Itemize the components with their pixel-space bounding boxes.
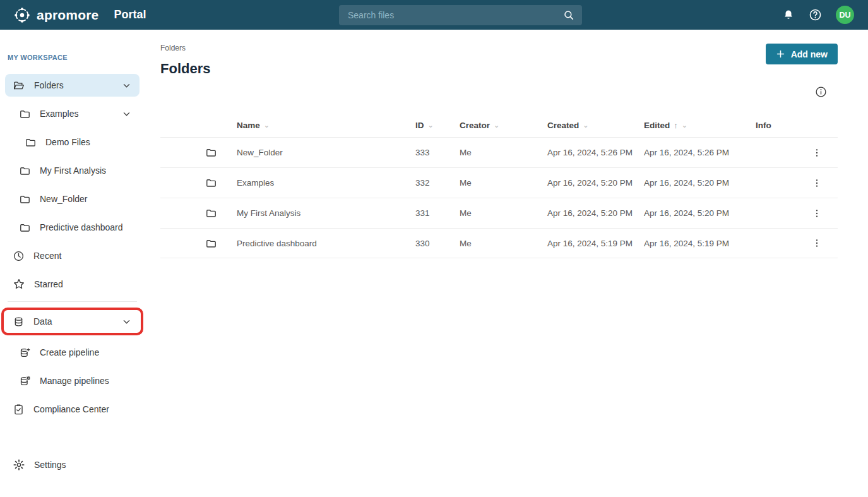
sort-chevron-icon: ⌄ — [583, 122, 588, 129]
sidebar-item-label: Predictive dashboard — [40, 222, 123, 232]
sort-chevron-icon: ⌄ — [264, 122, 270, 129]
sort-chevron-icon: ⌄ — [428, 122, 434, 129]
column-header-name[interactable]: Name⌄ — [237, 121, 415, 130]
search-button[interactable] — [556, 9, 582, 21]
sidebar-item-label: Folders — [34, 80, 64, 90]
folder-open-icon — [13, 80, 25, 92]
folder-icon — [19, 222, 31, 234]
search-bar — [339, 5, 582, 25]
table-row[interactable]: New_Folder 333 Me Apr 16, 2024, 5:26 PM … — [160, 137, 838, 167]
sidebar: MY WORKSPACE FoldersExamplesDemo FilesMy… — [0, 30, 145, 497]
kebab-menu-icon — [812, 148, 822, 158]
cell-edited: Apr 16, 2024, 5:26 PM — [644, 148, 756, 157]
sidebar-item-manage-pipelines[interactable]: Manage pipelines — [5, 369, 140, 392]
workspace-section-label: MY WORKSPACE — [8, 54, 145, 61]
table-row[interactable]: Examples 332 Me Apr 16, 2024, 5:20 PM Ap… — [160, 167, 838, 198]
sidebar-item-label: My First Analysis — [40, 165, 106, 176]
add-new-button[interactable]: Add new — [766, 44, 838, 64]
cell-id: 331 — [415, 208, 460, 218]
folders-table: Name⌄ ID⌄ Creator⌄ Created⌄ Edited↑⌄ Inf… — [160, 114, 838, 258]
sidebar-item-folders[interactable]: Folders — [5, 74, 140, 97]
gear-icon — [13, 458, 25, 471]
chevron-down-icon — [122, 81, 131, 90]
user-avatar[interactable]: DU — [836, 6, 854, 24]
search-icon — [563, 9, 574, 21]
bell-icon — [782, 9, 795, 21]
column-header-creator[interactable]: Creator⌄ — [460, 121, 547, 130]
sidebar-item-label: Create pipeline — [40, 347, 99, 357]
cell-created: Apr 16, 2024, 5:20 PM — [547, 178, 644, 188]
clock-icon — [13, 250, 25, 262]
row-actions-button[interactable] — [809, 145, 824, 160]
search-input[interactable] — [339, 10, 556, 20]
sidebar-item-predictive-dashboard[interactable]: Predictive dashboard — [5, 216, 140, 239]
cell-creator: Me — [460, 178, 547, 188]
folder-icon — [205, 147, 217, 159]
expand-toggle[interactable] — [122, 317, 131, 326]
chevron-down-icon — [122, 317, 131, 326]
sidebar-item-label: Settings — [34, 460, 66, 470]
sort-direction-arrow: ↑ — [674, 121, 678, 129]
expand-toggle[interactable] — [122, 81, 131, 90]
kebab-menu-icon — [812, 208, 822, 219]
sidebar-item-data[interactable]: Data — [5, 310, 140, 333]
row-actions-button[interactable] — [809, 206, 824, 221]
expand-toggle[interactable] — [122, 109, 131, 119]
column-header-label: Edited — [644, 121, 670, 130]
sidebar-item-label: Examples — [40, 109, 78, 119]
annotation-highlight-box: Data — [1, 308, 143, 335]
notifications-button[interactable] — [782, 9, 795, 21]
sidebar-item-settings[interactable]: Settings — [5, 453, 140, 476]
folder-icon — [205, 237, 217, 249]
table-row[interactable]: My First Analysis 331 Me Apr 16, 2024, 5… — [160, 198, 838, 228]
row-actions-button[interactable] — [809, 236, 824, 251]
cell-name: New_Folder — [237, 148, 415, 157]
brand: apromore — [14, 7, 98, 23]
folder-icon — [19, 193, 31, 205]
table-info-button[interactable] — [815, 86, 827, 98]
sidebar-item-label: Recent — [33, 251, 61, 261]
cell-name: Examples — [237, 178, 415, 188]
help-button[interactable] — [809, 8, 822, 21]
sidebar-item-label: Manage pipelines — [40, 376, 109, 386]
sort-chevron-icon: ⌄ — [494, 122, 499, 129]
column-header-label: Info — [756, 121, 771, 130]
kebab-menu-icon — [812, 238, 822, 248]
cell-id: 333 — [415, 148, 460, 157]
folder-icon — [205, 177, 217, 189]
column-header-edited[interactable]: Edited↑⌄ — [644, 121, 756, 130]
table-row[interactable]: Predictive dashboard 330 Me Apr 16, 2024… — [160, 228, 838, 258]
database-gear-icon — [19, 375, 31, 387]
sidebar-item-new-folder[interactable]: New_Folder — [5, 188, 140, 210]
sidebar-item-examples[interactable]: Examples — [5, 102, 140, 125]
sidebar-item-starred[interactable]: Starred — [5, 273, 140, 296]
cell-edited: Apr 16, 2024, 5:19 PM — [644, 239, 756, 248]
sidebar-item-label: Demo Files — [45, 137, 90, 147]
clipboard-check-icon — [13, 404, 25, 416]
cell-edited: Apr 16, 2024, 5:20 PM — [644, 178, 756, 188]
chevron-down-icon — [122, 109, 131, 119]
main-content: Folders Folders Add new Name⌄ ID⌄ Creato… — [145, 30, 868, 497]
column-header-id[interactable]: ID⌄ — [415, 121, 460, 130]
star-icon — [13, 278, 25, 290]
table-body: New_Folder 333 Me Apr 16, 2024, 5:26 PM … — [160, 137, 838, 258]
sidebar-item-label: New_Folder — [40, 194, 87, 204]
database-icon — [13, 316, 25, 328]
cell-creator: Me — [460, 239, 547, 248]
sidebar-item-recent[interactable]: Recent — [5, 244, 140, 267]
sidebar-item-create-pipeline[interactable]: Create pipeline — [5, 341, 140, 364]
cell-created: Apr 16, 2024, 5:19 PM — [547, 239, 644, 248]
column-header-label: ID — [415, 121, 424, 130]
brand-name: apromore — [37, 8, 98, 23]
kebab-menu-icon — [812, 178, 822, 188]
plus-icon — [776, 49, 785, 59]
sidebar-item-my-first-analysis[interactable]: My First Analysis — [5, 159, 140, 182]
sidebar-item-demo-files[interactable]: Demo Files — [5, 131, 140, 153]
sidebar-item-list: FoldersExamplesDemo FilesMy First Analys… — [0, 74, 145, 426]
sidebar-item-compliance-center[interactable]: Compliance Center — [5, 398, 140, 421]
breadcrumb[interactable]: Folders — [160, 44, 838, 52]
row-actions-button[interactable] — [809, 176, 824, 191]
top-navigation-bar: apromore Portal DU — [0, 0, 868, 30]
column-header-created[interactable]: Created⌄ — [547, 121, 644, 130]
cell-name: My First Analysis — [237, 208, 415, 218]
